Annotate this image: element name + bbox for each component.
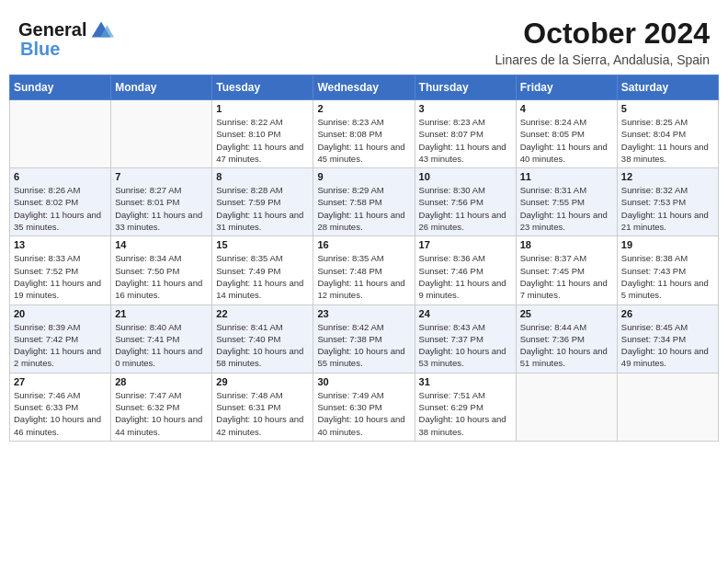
day-number: 19: [621, 239, 714, 250]
day-of-week-header: Saturday: [617, 75, 718, 100]
day-detail: Sunrise: 7:46 AM Sunset: 6:33 PM Dayligh…: [14, 389, 107, 438]
day-number: 22: [216, 308, 309, 319]
calendar-day-cell: 15Sunrise: 8:35 AM Sunset: 7:49 PM Dayli…: [212, 236, 313, 304]
day-number: 14: [115, 239, 208, 250]
title-area: October 2024 Linares de la Sierra, Andal…: [495, 17, 710, 67]
day-of-week-header: Monday: [111, 75, 212, 100]
page-header: General Blue October 2024 Linares de la …: [9, 9, 719, 67]
logo-text: General: [18, 19, 86, 40]
day-detail: Sunrise: 8:39 AM Sunset: 7:42 PM Dayligh…: [14, 321, 107, 370]
day-detail: Sunrise: 8:22 AM Sunset: 8:10 PM Dayligh…: [216, 116, 309, 165]
day-of-week-header: Sunday: [10, 75, 111, 100]
calendar-week-row: 6Sunrise: 8:26 AM Sunset: 8:02 PM Daylig…: [10, 168, 719, 236]
calendar-day-cell: 16Sunrise: 8:35 AM Sunset: 7:48 PM Dayli…: [313, 236, 415, 304]
day-number: 5: [621, 103, 714, 114]
day-detail: Sunrise: 8:25 AM Sunset: 8:04 PM Dayligh…: [621, 116, 714, 165]
day-detail: Sunrise: 8:34 AM Sunset: 7:50 PM Dayligh…: [115, 252, 208, 301]
day-detail: Sunrise: 8:23 AM Sunset: 8:08 PM Dayligh…: [317, 116, 410, 165]
calendar-day-cell: 14Sunrise: 8:34 AM Sunset: 7:50 PM Dayli…: [111, 236, 212, 304]
calendar-day-cell: 1Sunrise: 8:22 AM Sunset: 8:10 PM Daylig…: [212, 100, 313, 168]
day-number: 28: [115, 376, 208, 387]
day-number: 27: [14, 376, 107, 387]
day-number: 12: [621, 171, 714, 182]
day-number: 23: [317, 308, 410, 319]
day-number: 15: [216, 239, 309, 250]
calendar-week-row: 27Sunrise: 7:46 AM Sunset: 6:33 PM Dayli…: [10, 373, 719, 441]
day-detail: Sunrise: 8:32 AM Sunset: 7:53 PM Dayligh…: [621, 184, 714, 233]
calendar-day-cell: 8Sunrise: 8:28 AM Sunset: 7:59 PM Daylig…: [212, 168, 313, 236]
calendar-week-row: 13Sunrise: 8:33 AM Sunset: 7:52 PM Dayli…: [10, 236, 719, 304]
calendar-day-cell: 7Sunrise: 8:27 AM Sunset: 8:01 PM Daylig…: [111, 168, 212, 236]
calendar-day-cell: 29Sunrise: 7:48 AM Sunset: 6:31 PM Dayli…: [212, 373, 313, 441]
day-number: 16: [317, 239, 410, 250]
calendar-day-cell: 3Sunrise: 8:23 AM Sunset: 8:07 PM Daylig…: [415, 100, 516, 168]
day-detail: Sunrise: 8:27 AM Sunset: 8:01 PM Dayligh…: [115, 184, 208, 233]
day-detail: Sunrise: 8:37 AM Sunset: 7:45 PM Dayligh…: [520, 252, 613, 301]
calendar-day-cell: 27Sunrise: 7:46 AM Sunset: 6:33 PM Dayli…: [10, 373, 111, 441]
day-detail: Sunrise: 7:49 AM Sunset: 6:30 PM Dayligh…: [317, 389, 410, 438]
calendar-day-cell: 25Sunrise: 8:44 AM Sunset: 7:36 PM Dayli…: [516, 304, 617, 373]
day-detail: Sunrise: 7:48 AM Sunset: 6:31 PM Dayligh…: [216, 389, 309, 438]
calendar-day-cell: 13Sunrise: 8:33 AM Sunset: 7:52 PM Dayli…: [10, 236, 111, 304]
day-detail: Sunrise: 8:24 AM Sunset: 8:05 PM Dayligh…: [520, 116, 613, 165]
day-number: 9: [317, 171, 410, 182]
calendar-day-cell: 6Sunrise: 8:26 AM Sunset: 8:02 PM Daylig…: [10, 168, 111, 236]
calendar-header-row: SundayMondayTuesdayWednesdayThursdayFrid…: [10, 75, 719, 100]
day-detail: Sunrise: 8:31 AM Sunset: 7:55 PM Dayligh…: [520, 184, 613, 233]
calendar-week-row: 20Sunrise: 8:39 AM Sunset: 7:42 PM Dayli…: [10, 304, 719, 373]
calendar-day-cell: 23Sunrise: 8:42 AM Sunset: 7:38 PM Dayli…: [313, 304, 415, 373]
day-detail: Sunrise: 8:44 AM Sunset: 7:36 PM Dayligh…: [520, 321, 613, 370]
day-number: 8: [216, 171, 309, 182]
calendar-day-cell: [516, 373, 617, 441]
day-detail: Sunrise: 8:42 AM Sunset: 7:38 PM Dayligh…: [317, 321, 410, 370]
day-detail: Sunrise: 8:29 AM Sunset: 7:58 PM Dayligh…: [317, 184, 410, 233]
logo: General Blue: [18, 17, 114, 60]
logo-icon: [88, 17, 114, 42]
day-number: 1: [216, 103, 309, 114]
calendar-day-cell: 5Sunrise: 8:25 AM Sunset: 8:04 PM Daylig…: [617, 100, 718, 168]
day-of-week-header: Tuesday: [212, 75, 313, 100]
day-number: 10: [419, 171, 512, 182]
day-number: 25: [520, 308, 613, 319]
day-number: 4: [520, 103, 613, 114]
calendar-day-cell: 19Sunrise: 8:38 AM Sunset: 7:43 PM Dayli…: [617, 236, 718, 304]
day-detail: Sunrise: 8:40 AM Sunset: 7:41 PM Dayligh…: [115, 321, 208, 370]
day-detail: Sunrise: 8:45 AM Sunset: 7:34 PM Dayligh…: [621, 321, 714, 370]
calendar-day-cell: 9Sunrise: 8:29 AM Sunset: 7:58 PM Daylig…: [313, 168, 415, 236]
day-of-week-header: Friday: [516, 75, 617, 100]
calendar-day-cell: 12Sunrise: 8:32 AM Sunset: 7:53 PM Dayli…: [617, 168, 718, 236]
day-number: 30: [317, 376, 410, 387]
calendar-day-cell: 2Sunrise: 8:23 AM Sunset: 8:08 PM Daylig…: [313, 100, 415, 168]
day-detail: Sunrise: 8:38 AM Sunset: 7:43 PM Dayligh…: [621, 252, 714, 301]
calendar-day-cell: [617, 373, 718, 441]
day-detail: Sunrise: 8:36 AM Sunset: 7:46 PM Dayligh…: [419, 252, 512, 301]
day-of-week-header: Wednesday: [313, 75, 415, 100]
calendar-day-cell: 31Sunrise: 7:51 AM Sunset: 6:29 PM Dayli…: [415, 373, 516, 441]
calendar-day-cell: 22Sunrise: 8:41 AM Sunset: 7:40 PM Dayli…: [212, 304, 313, 373]
day-number: 20: [14, 308, 107, 319]
day-detail: Sunrise: 8:28 AM Sunset: 7:59 PM Dayligh…: [216, 184, 309, 233]
day-detail: Sunrise: 8:35 AM Sunset: 7:48 PM Dayligh…: [317, 252, 410, 301]
calendar-day-cell: 24Sunrise: 8:43 AM Sunset: 7:37 PM Dayli…: [415, 304, 516, 373]
calendar-day-cell: 26Sunrise: 8:45 AM Sunset: 7:34 PM Dayli…: [617, 304, 718, 373]
calendar-day-cell: 30Sunrise: 7:49 AM Sunset: 6:30 PM Dayli…: [313, 373, 415, 441]
day-number: 11: [520, 171, 613, 182]
day-number: 21: [115, 308, 208, 319]
day-detail: Sunrise: 8:35 AM Sunset: 7:49 PM Dayligh…: [216, 252, 309, 301]
location-title: Linares de la Sierra, Andalusia, Spain: [495, 52, 710, 67]
day-number: 24: [419, 308, 512, 319]
day-number: 26: [621, 308, 714, 319]
calendar-day-cell: 17Sunrise: 8:36 AM Sunset: 7:46 PM Dayli…: [415, 236, 516, 304]
calendar-week-row: 1Sunrise: 8:22 AM Sunset: 8:10 PM Daylig…: [10, 100, 719, 168]
day-of-week-header: Thursday: [415, 75, 516, 100]
calendar-day-cell: [111, 100, 212, 168]
calendar-day-cell: 10Sunrise: 8:30 AM Sunset: 7:56 PM Dayli…: [415, 168, 516, 236]
calendar-day-cell: 18Sunrise: 8:37 AM Sunset: 7:45 PM Dayli…: [516, 236, 617, 304]
day-detail: Sunrise: 8:43 AM Sunset: 7:37 PM Dayligh…: [419, 321, 512, 370]
calendar-day-cell: 11Sunrise: 8:31 AM Sunset: 7:55 PM Dayli…: [516, 168, 617, 236]
day-detail: Sunrise: 8:23 AM Sunset: 8:07 PM Dayligh…: [419, 116, 512, 165]
day-detail: Sunrise: 7:47 AM Sunset: 6:32 PM Dayligh…: [115, 389, 208, 438]
calendar: SundayMondayTuesdayWednesdayThursdayFrid…: [9, 75, 719, 442]
month-title: October 2024: [495, 17, 710, 51]
day-detail: Sunrise: 7:51 AM Sunset: 6:29 PM Dayligh…: [419, 389, 512, 438]
